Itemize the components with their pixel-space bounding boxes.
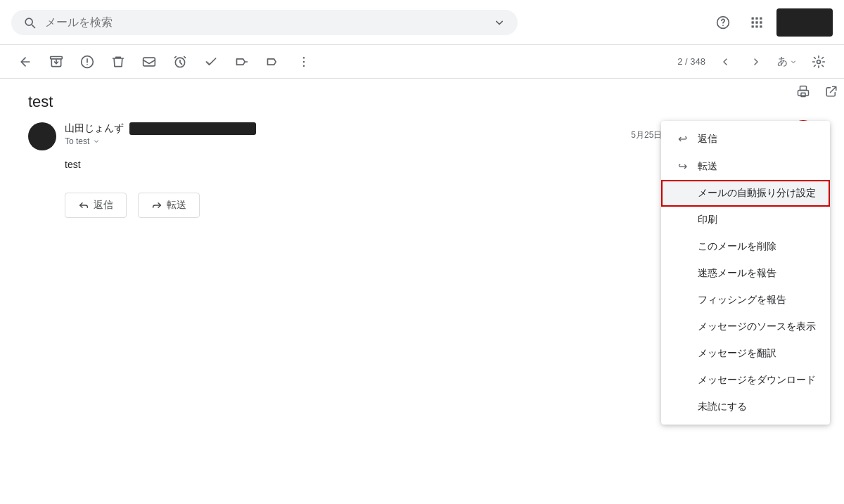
svg-rect-10 <box>760 25 762 27</box>
menu-item-label-0: 返信 <box>698 133 717 146</box>
menu-item-label-4: このメールを削除 <box>698 240 776 253</box>
menu-item-label-8: メッセージを翻訳 <box>698 347 776 360</box>
avatar[interactable] <box>776 8 833 37</box>
svg-rect-4 <box>760 17 762 19</box>
forward-button[interactable]: 転送 <box>138 193 200 218</box>
mark-unread-button[interactable] <box>135 48 163 76</box>
apps-button[interactable] <box>743 8 771 37</box>
print-button[interactable] <box>791 79 816 104</box>
menu-item-label-1: 転送 <box>698 160 717 173</box>
sender-email-blurred <box>129 122 256 135</box>
svg-rect-8 <box>752 25 754 27</box>
menu-item-icon-1: ↪ <box>675 160 689 173</box>
search-input[interactable] <box>45 16 492 29</box>
page-info: 2 / 348 <box>677 56 705 67</box>
menu-item-7[interactable]: メッセージのソースを表示 <box>661 314 830 340</box>
next-page-button[interactable] <box>742 48 770 76</box>
email-subject: test <box>28 93 816 111</box>
toolbar-left <box>11 48 677 76</box>
menu-item-0[interactable]: ↩返信 <box>661 125 830 153</box>
svg-rect-9 <box>755 25 757 27</box>
toolbar-right: 2 / 348 あ <box>677 48 833 76</box>
sender-avatar <box>28 122 56 150</box>
menu-item-10[interactable]: 未読にする <box>661 394 830 420</box>
dropdown-menu: ↩返信↪転送メールの自動振り分け設定印刷このメールを削除迷惑メールを報告フィッシ… <box>661 121 830 425</box>
svg-point-18 <box>303 65 305 67</box>
search-dropdown-icon[interactable] <box>492 15 506 30</box>
archive-button[interactable] <box>42 48 70 76</box>
reply-button[interactable]: 返信 <box>65 193 127 218</box>
to-dropdown-icon[interactable] <box>92 137 101 146</box>
svg-point-1 <box>722 25 724 26</box>
menu-item-label-5: 迷惑メールを報告 <box>698 267 776 280</box>
menu-item-1[interactable]: ↪転送 <box>661 153 830 180</box>
menu-item-8[interactable]: メッセージを翻訳 <box>661 340 830 367</box>
menu-item-label-9: メッセージをダウンロード <box>698 374 816 387</box>
svg-rect-6 <box>755 21 757 23</box>
toolbar: 2 / 348 あ <box>0 45 844 79</box>
lang-label: あ <box>777 55 788 68</box>
svg-rect-14 <box>143 58 155 66</box>
svg-point-13 <box>87 63 88 65</box>
email-top-actions <box>791 79 844 104</box>
to-label: To test <box>65 136 89 146</box>
menu-item-2[interactable]: メールの自動振り分け設定 <box>661 180 830 207</box>
menu-item-label-3: 印刷 <box>698 214 717 226</box>
open-external-button[interactable] <box>819 79 844 104</box>
svg-rect-11 <box>51 56 63 58</box>
svg-point-17 <box>303 60 305 63</box>
menu-item-label-2: メールの自動振り分け設定 <box>698 187 816 200</box>
sender-name: 山田じょんず <box>65 122 124 135</box>
svg-rect-3 <box>755 17 757 19</box>
settings-button[interactable] <box>805 48 833 76</box>
main-content: test 山田じょんず To test 5月25日(月) 20:45 (2 日前… <box>0 79 844 232</box>
svg-rect-5 <box>752 21 754 23</box>
menu-item-6[interactable]: フィッシングを報告 <box>661 287 830 314</box>
snooze-button[interactable] <box>166 48 194 76</box>
svg-point-19 <box>817 60 821 63</box>
menu-item-label-7: メッセージのソースを表示 <box>698 321 816 333</box>
menu-item-4[interactable]: このメールを削除 <box>661 233 830 260</box>
move-button[interactable] <box>228 48 256 76</box>
back-button[interactable] <box>11 48 39 76</box>
spam-button[interactable] <box>73 48 101 76</box>
search-icon <box>23 15 37 30</box>
search-container <box>11 10 518 35</box>
svg-rect-7 <box>760 21 762 23</box>
prev-page-button[interactable] <box>711 48 739 76</box>
label-button[interactable] <box>259 48 287 76</box>
svg-rect-20 <box>800 86 807 91</box>
more-button[interactable] <box>290 48 318 76</box>
language-button[interactable]: あ <box>773 52 802 71</box>
forward-label: 転送 <box>167 199 186 212</box>
svg-point-16 <box>303 56 305 58</box>
menu-item-icon-0: ↩ <box>675 132 689 146</box>
menu-item-5[interactable]: 迷惑メールを報告 <box>661 260 830 287</box>
menu-item-9[interactable]: メッセージをダウンロード <box>661 367 830 394</box>
top-bar-right <box>709 8 833 37</box>
svg-rect-2 <box>752 17 754 19</box>
reply-label: 返信 <box>94 199 113 212</box>
top-bar <box>0 0 844 45</box>
mark-done-button[interactable] <box>197 48 225 76</box>
menu-item-label-6: フィッシングを報告 <box>698 294 786 306</box>
menu-item-3[interactable]: 印刷 <box>661 207 830 233</box>
menu-item-label-10: 未読にする <box>698 401 747 413</box>
help-button[interactable] <box>709 8 737 37</box>
delete-button[interactable] <box>104 48 132 76</box>
